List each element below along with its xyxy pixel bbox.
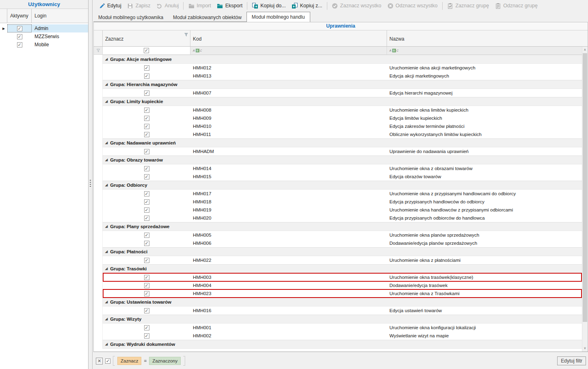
permission-checkbox[interactable]: ✓ [144,241,149,246]
filter-cell-nazwa[interactable]: ABC [387,47,588,54]
column-header-nazwa[interactable]: Nazwa [387,30,588,46]
user-row-mobile[interactable]: ✓Mobile [0,41,88,49]
collapse-group-icon[interactable]: ◢ [105,158,108,162]
permission-checkbox[interactable]: ✓ [144,91,149,96]
permission-row-hmh017[interactable]: ✓HMH017Uruchomienie okna z przypisanymi … [94,190,582,198]
permission-row-hmh015[interactable]: ✓HMH015Edycja obrazów towarów [94,173,582,181]
group-row-grupa-limity-kupieckie[interactable]: ◢Grupa: Limity kupieckie [94,97,582,106]
user-row-mzzserwis[interactable]: ✓MZZSerwis [0,32,88,41]
collapse-group-icon[interactable]: ◢ [105,317,108,321]
permission-row-hmh011[interactable]: ✓HMH011Oblicznie wykorzystanych limitów … [94,130,582,138]
permission-row-hmh013[interactable]: ✓HMH013Edycja akcji marketingowych [94,72,582,80]
collapse-group-icon[interactable]: ◢ [105,100,108,103]
active-checkbox[interactable]: ✓ [17,34,22,39]
close-filter-button[interactable]: ✕ [96,358,103,365]
group-row-grupa-platnosci[interactable]: ◢Grupa: Płatności [94,247,582,256]
permission-checkbox[interactable]: ✓ [144,207,149,213]
permission-row-hmh009[interactable]: ✓HMH009Edycja limitów kupieckich [94,114,582,122]
active-checkbox[interactable]: ✓ [17,26,22,31]
filter-cell-kod[interactable]: ABC [190,47,387,54]
filter-value-chip[interactable]: Zaznaczony [149,357,181,365]
scrollbar-thumb[interactable] [583,53,587,322]
permission-checkbox[interactable]: ✓ [144,149,149,154]
permission-checkbox[interactable]: ✓ [144,73,149,79]
permission-checkbox[interactable]: ✓ [144,258,149,263]
permission-row-hmh016[interactable]: ✓HMH016Edycja ustawień towarów [94,306,582,315]
group-row-grupa-trasowki[interactable]: ◢Grupa: Trasówki [94,264,582,273]
edit-filter-button[interactable]: Edytuj filtr [557,356,586,365]
group-row-grupa-wizyty[interactable]: ◢Grupa: Wizyty [94,315,582,324]
toolbar-button-zaznacz-grupe[interactable]: Zaznacz grupę [444,1,492,10]
toolbar-button-import[interactable]: Import [185,1,214,10]
toolbar-button-zapisz[interactable]: Zapisz [124,1,153,10]
permission-row-hmh006[interactable]: ✓HMH006Dodawanie/edycja planów sprzedażo… [94,239,582,247]
permission-checkbox[interactable]: ✓ [144,174,149,179]
filter-checkbox[interactable]: ✓ [144,48,149,53]
collapse-group-icon[interactable]: ◢ [105,300,108,304]
group-row-grupa-nadawanie-uprawnien[interactable]: ◢Grupa: Nadawanie uprawnień [94,138,582,147]
user-row-admin[interactable]: ▶✓Admin [0,24,88,32]
permission-checkbox[interactable]: ✓ [144,108,149,113]
permission-row-hmh007[interactable]: ✓HMH007Edycja hierarchi magazynowej [94,89,582,97]
permission-row-hmh014[interactable]: ✓HMH014Uruchomienie okna z obrazami towa… [94,164,582,173]
column-header-kod[interactable]: Kod [190,30,387,46]
permission-row-hmh008[interactable]: ✓HMH008Uruchomienie okna limitów kupieck… [94,106,582,114]
permission-checkbox[interactable]: ✓ [144,283,149,288]
toolbar-button-eksport[interactable]: Eksport [214,1,245,10]
collapse-group-icon[interactable]: ◢ [105,58,108,61]
collapse-group-icon[interactable]: ◢ [105,225,108,228]
filter-cell-zaznacz[interactable]: ✓ [103,47,190,54]
collapse-group-icon[interactable]: ◢ [105,267,108,270]
permission-checkbox[interactable]: ✓ [144,116,149,121]
permission-row-hmh010[interactable]: ✓HMH010Edycja zakresów terminów płatnośc… [94,122,582,130]
permission-row-hmh020[interactable]: ✓HMH020Edycja przypisanych odbiorców do … [94,214,582,222]
toolbar-button-kopiuj-z[interactable]: Kopiuj z... [289,1,325,10]
panel-splitter[interactable] [89,0,93,369]
toolbar-button-kopiuj-do[interactable]: Kopiuj do... [249,1,289,10]
collapse-group-icon[interactable]: ◢ [105,343,108,346]
filter-enabled-checkbox[interactable]: ✓ [105,358,110,364]
group-row-grupa-hierarchia-magazynow[interactable]: ◢Grupa: Hierarchia magazynów [94,80,582,89]
collapse-group-icon[interactable]: ◢ [105,83,108,86]
scroll-up-icon[interactable]: ∧ [582,47,588,53]
permission-checkbox[interactable]: ✓ [144,132,149,137]
filter-field-chip[interactable]: Zaznacz [117,357,141,365]
toolbar-button-edytuj[interactable]: Edytuj [96,1,124,10]
toolbar-button-odznacz-wszystko[interactable]: Odznacz wszystko [384,1,441,10]
permission-checkbox[interactable]: ✓ [144,333,149,339]
permission-checkbox[interactable]: ✓ [144,166,149,171]
permission-row-hmh001[interactable]: ✓HMH001Uruchomienie okna konfiguracji lo… [94,324,582,332]
collapse-group-icon[interactable]: ◢ [105,183,108,187]
scroll-down-icon[interactable]: ∨ [582,345,588,351]
group-row-grupa-wydruki-dokumentow[interactable]: ◢Grupa: Wydruki dokumentów [94,340,582,349]
permission-row-hmh005[interactable]: ✓HMH005Uruchomienie okna planów sprzedaż… [94,231,582,239]
permission-row-hmh002[interactable]: ✓HMH002Wyświetlanie wizyt na mapie [94,332,582,340]
filter-operator[interactable]: = [144,358,147,363]
group-row-grupa-odbiorcy[interactable]: ◢Grupa: Odbiorcy [94,181,582,190]
permission-row-hmhadm[interactable]: ✓HMHADMUprawnienie do nadawania uprawnie… [94,147,582,155]
column-header-login[interactable]: Login [32,9,88,23]
permission-checkbox[interactable]: ✓ [144,233,149,238]
permission-checkbox[interactable]: ✓ [144,308,149,313]
toolbar-button-anuluj[interactable]: Anuluj [153,1,182,10]
permission-row-hmh023[interactable]: ✓HMH023Uruchomienie okna z Trasówkami [94,289,582,298]
column-header-zaznacz[interactable]: Zaznacz [103,30,190,46]
filter-funnel-icon[interactable] [184,32,188,38]
active-checkbox[interactable]: ✓ [17,42,22,47]
permission-row-hmh003[interactable]: ✓HMH003Uruchomienie okna trasówek(klasyc… [94,273,582,281]
permission-row-hmh012[interactable]: ✓HMH012Uruchomienie okna akcji marketing… [94,64,582,72]
group-row-grupa-plany-sprzedazowe[interactable]: ◢Grupa: Plany sprzedażowe [94,222,582,231]
tab-modul-mobilnego-handlu[interactable]: Moduł mobilnego handlu [246,12,310,22]
permission-row-hmh018[interactable]: ✓HMH018Edycja przypisanych handlowców do… [94,198,582,206]
group-row-grupa-akcje-marketingowe[interactable]: ◢Grupa: Akcje marketingowe [94,55,582,64]
toolbar-button-zaznacz-wszystko[interactable]: Zaznacz wszystko [329,1,384,10]
toolbar-button-odznacz-grupe[interactable]: Odznacz grupę [492,1,540,10]
permission-checkbox[interactable]: ✓ [144,199,149,205]
tab-modul-zablokowanych-obiektow[interactable]: Moduł zablokowanych obiektów [168,13,246,22]
permission-row-hmh022[interactable]: ✓HMH022Uruchomienie okna z płatnościami [94,256,582,264]
permission-checkbox[interactable]: ✓ [144,291,149,296]
permission-checkbox[interactable]: ✓ [144,65,149,71]
permission-row-hmh004[interactable]: ✓HMH004Dodawanie/edycja trasówek [94,281,582,289]
permission-checkbox[interactable]: ✓ [144,216,149,221]
group-row-grupa-ustawienia-towarow[interactable]: ◢Grupa: Ustawienia towarów [94,298,582,306]
